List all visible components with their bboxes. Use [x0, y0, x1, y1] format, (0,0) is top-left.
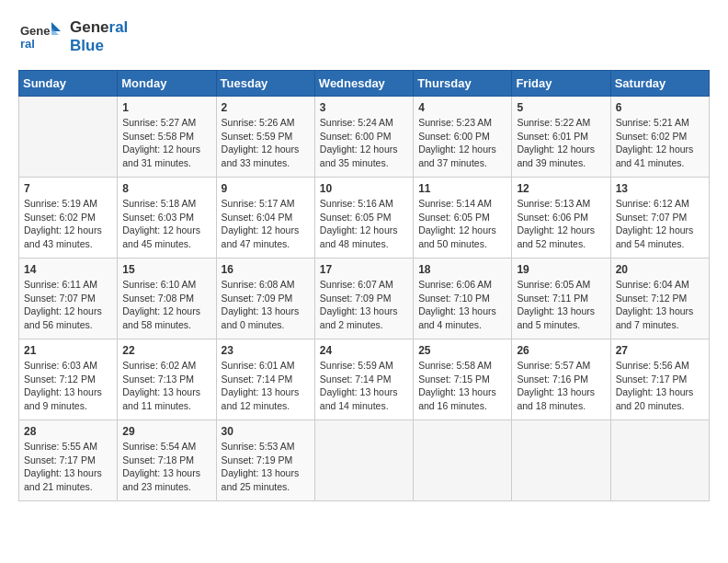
calendar-cell: 13Sunrise: 6:12 AM Sunset: 7:07 PM Dayli…: [610, 178, 709, 259]
day-number: 12: [517, 182, 605, 195]
day-number: 15: [122, 263, 210, 276]
calendar-cell: 27Sunrise: 5:56 AM Sunset: 7:17 PM Dayli…: [610, 339, 709, 420]
day-number: 18: [418, 263, 506, 276]
calendar-cell: 19Sunrise: 6:05 AM Sunset: 7:11 PM Dayli…: [512, 259, 610, 339]
cell-content: Sunrise: 5:57 AM Sunset: 7:16 PM Dayligh…: [517, 359, 605, 413]
day-number: 11: [418, 182, 506, 195]
cell-content: Sunrise: 5:24 AM Sunset: 6:00 PM Dayligh…: [320, 116, 408, 170]
day-number: 4: [418, 101, 506, 114]
calendar-cell: 8Sunrise: 5:18 AM Sunset: 6:03 PM Daylig…: [118, 178, 216, 259]
calendar-week-4: 21Sunrise: 6:03 AM Sunset: 7:12 PM Dayli…: [19, 339, 710, 420]
weekday-header-monday: Monday: [118, 71, 216, 97]
calendar-cell: 30Sunrise: 5:53 AM Sunset: 7:19 PM Dayli…: [216, 420, 314, 501]
calendar-cell: 7Sunrise: 5:19 AM Sunset: 6:02 PM Daylig…: [19, 178, 118, 259]
calendar-cell: [414, 420, 512, 501]
calendar-cell: [314, 420, 413, 501]
calendar-cell: 9Sunrise: 5:17 AM Sunset: 6:04 PM Daylig…: [216, 178, 314, 259]
day-number: 5: [517, 101, 605, 114]
cell-content: Sunrise: 5:17 AM Sunset: 6:04 PM Dayligh…: [222, 197, 310, 251]
calendar-cell: 15Sunrise: 6:10 AM Sunset: 7:08 PM Dayli…: [118, 259, 216, 339]
calendar-cell: 1Sunrise: 5:27 AM Sunset: 5:58 PM Daylig…: [118, 97, 216, 178]
day-number: 3: [320, 101, 408, 114]
day-number: 29: [122, 425, 210, 438]
logo-ral-text: ral: [109, 18, 129, 36]
cell-content: Sunrise: 5:19 AM Sunset: 6:02 PM Dayligh…: [24, 197, 112, 251]
cell-content: Sunrise: 6:02 AM Sunset: 7:13 PM Dayligh…: [122, 359, 210, 413]
cell-content: Sunrise: 5:27 AM Sunset: 5:58 PM Dayligh…: [122, 116, 210, 170]
calendar-cell: 22Sunrise: 6:02 AM Sunset: 7:13 PM Dayli…: [118, 339, 216, 420]
calendar-cell: 23Sunrise: 6:01 AM Sunset: 7:14 PM Dayli…: [216, 339, 314, 420]
day-number: 24: [320, 344, 408, 357]
calendar-cell: 10Sunrise: 5:16 AM Sunset: 6:05 PM Dayli…: [314, 178, 413, 259]
cell-content: Sunrise: 5:53 AM Sunset: 7:19 PM Dayligh…: [222, 440, 310, 494]
cell-content: Sunrise: 5:21 AM Sunset: 6:02 PM Dayligh…: [616, 116, 704, 170]
calendar-cell: 17Sunrise: 6:07 AM Sunset: 7:09 PM Dayli…: [314, 259, 413, 339]
calendar-cell: 3Sunrise: 5:24 AM Sunset: 6:00 PM Daylig…: [314, 97, 413, 178]
weekday-header-friday: Friday: [512, 71, 610, 97]
day-number: 8: [122, 182, 210, 195]
svg-text:Gene: Gene: [20, 24, 51, 38]
day-number: 13: [616, 182, 704, 195]
day-number: 17: [320, 263, 408, 276]
day-number: 1: [122, 101, 210, 114]
calendar-week-5: 28Sunrise: 5:55 AM Sunset: 7:17 PM Dayli…: [19, 420, 710, 501]
cell-content: Sunrise: 5:55 AM Sunset: 7:17 PM Dayligh…: [24, 440, 112, 494]
cell-content: Sunrise: 5:14 AM Sunset: 6:05 PM Dayligh…: [418, 197, 506, 251]
calendar-cell: 6Sunrise: 5:21 AM Sunset: 6:02 PM Daylig…: [610, 97, 709, 178]
calendar-week-3: 14Sunrise: 6:11 AM Sunset: 7:07 PM Dayli…: [19, 259, 710, 339]
day-number: 7: [24, 182, 112, 195]
weekday-header-sunday: Sunday: [19, 71, 118, 97]
calendar-cell: [610, 420, 709, 501]
cell-content: Sunrise: 5:54 AM Sunset: 7:18 PM Dayligh…: [122, 440, 210, 494]
calendar-cell: [19, 97, 118, 178]
day-number: 22: [122, 344, 210, 357]
calendar-cell: 16Sunrise: 6:08 AM Sunset: 7:09 PM Dayli…: [216, 259, 314, 339]
cell-content: Sunrise: 6:04 AM Sunset: 7:12 PM Dayligh…: [616, 278, 704, 332]
weekday-header-tuesday: Tuesday: [216, 71, 314, 97]
logo-svg: Gene ral: [18, 18, 64, 55]
day-number: 10: [320, 182, 408, 195]
calendar-body: 1Sunrise: 5:27 AM Sunset: 5:58 PM Daylig…: [19, 97, 710, 501]
cell-content: Sunrise: 5:56 AM Sunset: 7:17 PM Dayligh…: [616, 359, 704, 413]
cell-content: Sunrise: 6:10 AM Sunset: 7:08 PM Dayligh…: [122, 278, 210, 332]
day-number: 30: [222, 425, 310, 438]
day-number: 6: [616, 101, 704, 114]
calendar-cell: 11Sunrise: 5:14 AM Sunset: 6:05 PM Dayli…: [414, 178, 512, 259]
calendar-cell: 24Sunrise: 5:59 AM Sunset: 7:14 PM Dayli…: [314, 339, 413, 420]
cell-content: Sunrise: 6:01 AM Sunset: 7:14 PM Dayligh…: [222, 359, 310, 413]
cell-content: Sunrise: 5:18 AM Sunset: 6:03 PM Dayligh…: [122, 197, 210, 251]
logo: Gene ral General Blue: [18, 18, 128, 55]
calendar-cell: 12Sunrise: 5:13 AM Sunset: 6:06 PM Dayli…: [512, 178, 610, 259]
cell-content: Sunrise: 6:11 AM Sunset: 7:07 PM Dayligh…: [24, 278, 112, 332]
cell-content: Sunrise: 5:22 AM Sunset: 6:01 PM Dayligh…: [517, 116, 605, 170]
cell-content: Sunrise: 5:16 AM Sunset: 6:05 PM Dayligh…: [320, 197, 408, 251]
calendar-cell: 21Sunrise: 6:03 AM Sunset: 7:12 PM Dayli…: [19, 339, 118, 420]
cell-content: Sunrise: 5:13 AM Sunset: 6:06 PM Dayligh…: [517, 197, 605, 251]
cell-content: Sunrise: 5:58 AM Sunset: 7:15 PM Dayligh…: [418, 359, 506, 413]
calendar-cell: 5Sunrise: 5:22 AM Sunset: 6:01 PM Daylig…: [512, 97, 610, 178]
weekday-header-thursday: Thursday: [414, 71, 512, 97]
cell-content: Sunrise: 6:03 AM Sunset: 7:12 PM Dayligh…: [24, 359, 112, 413]
day-number: 21: [24, 344, 112, 357]
calendar-cell: 25Sunrise: 5:58 AM Sunset: 7:15 PM Dayli…: [414, 339, 512, 420]
cell-content: Sunrise: 5:59 AM Sunset: 7:14 PM Dayligh…: [320, 359, 408, 413]
calendar-cell: 2Sunrise: 5:26 AM Sunset: 5:59 PM Daylig…: [216, 97, 314, 178]
calendar-cell: 4Sunrise: 5:23 AM Sunset: 6:00 PM Daylig…: [414, 97, 512, 178]
calendar-cell: 18Sunrise: 6:06 AM Sunset: 7:10 PM Dayli…: [414, 259, 512, 339]
cell-content: Sunrise: 5:23 AM Sunset: 6:00 PM Dayligh…: [418, 116, 506, 170]
day-number: 20: [616, 263, 704, 276]
calendar-week-2: 7Sunrise: 5:19 AM Sunset: 6:02 PM Daylig…: [19, 178, 710, 259]
calendar-cell: 26Sunrise: 5:57 AM Sunset: 7:16 PM Dayli…: [512, 339, 610, 420]
svg-text:ral: ral: [20, 37, 35, 51]
cell-content: Sunrise: 5:26 AM Sunset: 5:59 PM Dayligh…: [222, 116, 310, 170]
calendar-cell: [512, 420, 610, 501]
day-number: 14: [24, 263, 112, 276]
calendar-week-1: 1Sunrise: 5:27 AM Sunset: 5:58 PM Daylig…: [19, 97, 710, 178]
day-number: 23: [222, 344, 310, 357]
cell-content: Sunrise: 6:07 AM Sunset: 7:09 PM Dayligh…: [320, 278, 408, 332]
day-number: 28: [24, 425, 112, 438]
day-number: 19: [517, 263, 605, 276]
calendar-table: SundayMondayTuesdayWednesdayThursdayFrid…: [18, 70, 710, 501]
day-number: 26: [517, 344, 605, 357]
calendar-header: SundayMondayTuesdayWednesdayThursdayFrid…: [19, 71, 710, 97]
